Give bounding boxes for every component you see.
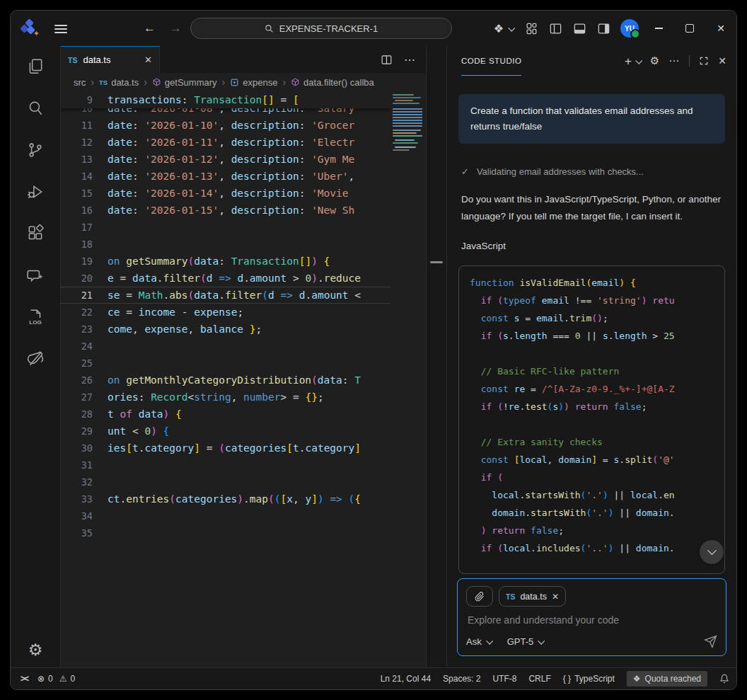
code-line: 35 — [61, 524, 390, 541]
code-line: 23come, expense, balance }; — [61, 321, 390, 338]
tab-data-ts[interactable]: TS data.ts ✕ — [61, 46, 160, 73]
new-chat-button[interactable]: + — [625, 55, 641, 67]
eol-sequence[interactable]: CRLF — [528, 674, 550, 684]
code-line: 31 — [61, 457, 390, 474]
check-icon: ✓ — [461, 166, 469, 177]
code-line: 20e = data.filter(d => d.amount > 0).red… — [61, 270, 390, 287]
minimize-button[interactable] — [643, 11, 674, 46]
remove-chip-icon[interactable]: ✕ — [552, 592, 559, 602]
braces-icon: { } — [563, 674, 571, 684]
assistant-status-icon[interactable]: ❖ — [494, 22, 514, 35]
maximize-button[interactable] — [674, 11, 705, 46]
user-message: Create a function that validates email a… — [458, 94, 725, 144]
chat-code-line — [470, 415, 714, 433]
settings-gear-icon[interactable]: ⚙ — [26, 641, 45, 659]
chat-code-line — [470, 345, 714, 362]
paperclip-icon — [475, 592, 485, 602]
context-chip-data-ts[interactable]: TS data.ts ✕ — [499, 586, 566, 607]
scroll-down-button[interactable] — [700, 540, 724, 564]
problems-indicator[interactable]: ⊗0 ⚠0 — [37, 674, 75, 684]
run-debug-icon[interactable] — [26, 183, 45, 201]
forward-arrow-icon[interactable]: → — [170, 21, 182, 35]
model-dropdown[interactable]: GPT-5 — [507, 636, 544, 647]
chat-code-block[interactable]: function isValidEmail(email) { if (typeo… — [458, 265, 725, 574]
ts-file-icon: TS — [506, 592, 515, 601]
panel-settings-icon[interactable]: ⚙ — [650, 54, 659, 67]
notifications-bell-icon[interactable] — [719, 674, 729, 684]
expand-panel-icon[interactable] — [699, 56, 709, 66]
language-mode[interactable]: { }TypeScript — [563, 674, 615, 684]
chat-code-line: const s = email.trim(); — [470, 309, 714, 327]
breadcrumb-item[interactable]: TSdata.ts — [99, 77, 139, 88]
tab-bar: TS data.ts ✕ ⋯ — [61, 46, 426, 73]
chat-thread: Create a function that validates email a… — [447, 76, 736, 574]
code-line: 33ct.entries(categories).map(([x, y]) =>… — [61, 490, 390, 507]
chat-text-input[interactable]: Explore and understand your code — [466, 613, 717, 629]
code-line: 19on getSummary(data: Transaction[]) { — [61, 253, 390, 270]
code-language-label: JavaScript — [461, 241, 722, 251]
panel-header: CODE STUDIO + ⚙ ⋯ ✕ — [447, 46, 736, 76]
code-line: 30ies[t.category] = (categories[t.catego… — [61, 440, 390, 457]
encoding[interactable]: UTF-8 — [492, 674, 516, 684]
breadcrumb-separator: › — [144, 76, 147, 88]
log-viewer-icon[interactable]: LOG — [26, 308, 45, 326]
toggle-sidebar-icon[interactable] — [549, 22, 562, 35]
code-line: 15date: '2026-01-14', description: 'Movi… — [61, 185, 390, 202]
code-line: 14date: '2026-01-13', description: 'Uber… — [61, 168, 390, 185]
code-editor[interactable]: 9transactions: Transaction[] = [ 10date:… — [61, 91, 426, 667]
chat-input-box[interactable]: TS data.ts ✕ Explore and understand your… — [457, 578, 726, 656]
avatar[interactable]: YU — [620, 19, 639, 38]
mode-dropdown[interactable]: Ask — [466, 636, 492, 647]
sticky-scroll-line: 9transactions: Transaction[] = [ — [61, 91, 390, 108]
breadcrumb-separator: › — [222, 76, 226, 88]
attach-file-button[interactable] — [466, 586, 493, 607]
status-bar: >< ⊗0 ⚠0 Ln 21, Col 44 Spaces: 2 UTF-8 C… — [11, 667, 736, 689]
command-center-search[interactable]: EXPENSE-TRACKER-1 — [190, 18, 452, 39]
close-tab-icon[interactable]: ✕ — [144, 54, 152, 65]
assistant-message: Do you want this in JavaScript/TypeScrip… — [461, 191, 722, 225]
warnings-icon: ⚠ — [59, 674, 67, 684]
customize-layout-icon[interactable] — [525, 22, 538, 35]
cursor-position[interactable]: Ln 21, Col 44 — [381, 674, 431, 684]
online-status-dot — [630, 29, 640, 39]
code-line: 13date: '2026-01-12', description: 'Gym … — [61, 151, 390, 168]
breadcrumb-item[interactable]: expense — [230, 77, 277, 88]
title-bar: ✦ ← → EXPENSE-TRACKER-1 ❖ YU ✕ — [11, 11, 736, 46]
explorer-icon[interactable] — [26, 57, 45, 76]
editor-more-actions-icon[interactable]: ⋯ — [404, 53, 416, 67]
panel-title-tab[interactable]: CODE STUDIO — [461, 46, 521, 76]
sash-handle[interactable] — [430, 261, 443, 263]
chat-code-line: const re = /^[A-Za-z0-9._%+-]+@[A-Z — [470, 380, 714, 398]
close-window-button[interactable]: ✕ — [705, 11, 736, 46]
back-arrow-icon[interactable]: ← — [144, 21, 156, 35]
search-sidebar-icon[interactable] — [26, 99, 45, 117]
code-line: 32 — [61, 474, 390, 490]
indentation[interactable]: Spaces: 2 — [443, 674, 480, 684]
ai-chat-icon[interactable] — [26, 266, 45, 285]
toggle-panel-icon[interactable] — [573, 22, 586, 35]
app-logo-icon: ✦ — [21, 19, 39, 38]
breadcrumb-item[interactable]: src — [74, 77, 86, 88]
split-editor-icon[interactable] — [381, 54, 393, 66]
editor-panel-sash[interactable] — [426, 46, 447, 667]
chat-code-line: if (!re.test(s)) return false; — [470, 398, 714, 415]
quota-status[interactable]: ❖Quota reached — [627, 671, 707, 687]
send-button[interactable] — [704, 635, 717, 648]
code-line: 26on getMonthlyCategoryDistribution(data… — [61, 372, 390, 389]
remote-indicator[interactable]: >< — [21, 674, 28, 684]
azure-devops-icon[interactable] — [26, 350, 45, 368]
breadcrumb-item[interactable]: data.filter() callba — [291, 77, 374, 88]
svg-text:LOG: LOG — [29, 319, 42, 326]
symbol-field-icon — [230, 78, 239, 87]
breadcrumb-separator: › — [91, 76, 94, 88]
source-control-icon[interactable] — [26, 141, 45, 159]
app-window: ✦ ← → EXPENSE-TRACKER-1 ❖ YU ✕ — [10, 10, 737, 690]
breadcrumb-item[interactable]: getSummary — [152, 77, 217, 88]
minimap[interactable] — [390, 91, 426, 667]
menu-icon[interactable] — [54, 23, 67, 35]
toggle-secondary-sidebar-icon[interactable] — [597, 22, 610, 35]
extensions-icon[interactable] — [26, 224, 45, 243]
chat-code-line: if (s.length === 0 || s.length > 25 — [470, 327, 714, 345]
panel-more-actions-icon[interactable]: ⋯ — [668, 54, 680, 67]
close-panel-icon[interactable]: ✕ — [718, 55, 726, 67]
